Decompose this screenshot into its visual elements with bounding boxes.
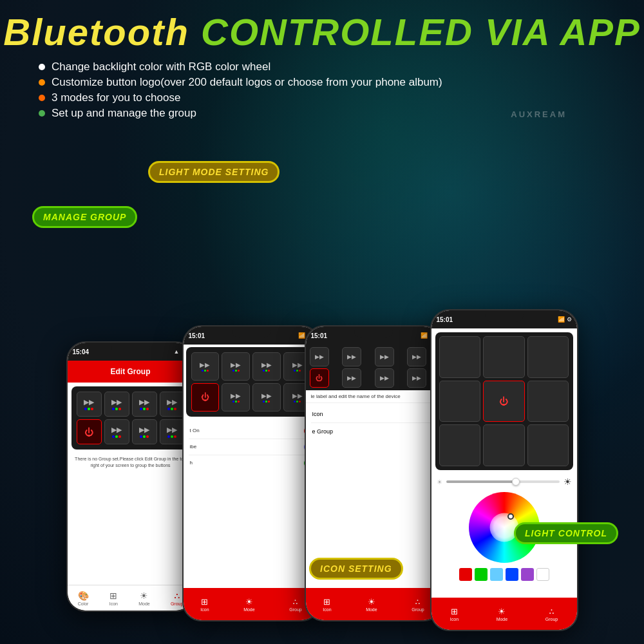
bullet-2: Customize button logo(over 200 default l… <box>39 76 644 89</box>
brightness-thumb[interactable] <box>512 478 520 486</box>
switch-btn[interactable]: ▶▶ <box>104 392 129 417</box>
switch-btn-power[interactable]: ⏻ <box>77 419 102 444</box>
phone-2: 15:01 📶 🔋 ▶▶ <box>182 325 321 621</box>
swatch-blue[interactable] <box>506 568 518 581</box>
switch-btn-power[interactable]: ⏻ <box>191 383 220 412</box>
switch-btn[interactable]: ▶▶ <box>407 368 426 388</box>
swatch-purple[interactable] <box>521 568 534 581</box>
phone-4-bottom-nav: ⊞ Icon ☀ Mode ⛬ Group <box>431 598 577 630</box>
color-wheel-selector[interactable] <box>507 513 514 520</box>
title-via: VIA <box>485 11 550 53</box>
switch-btn[interactable]: ▶▶ <box>375 347 394 366</box>
nav-color[interactable]: 🎨 Color <box>78 591 89 606</box>
mode-item-1[interactable]: t On <box>189 423 314 439</box>
swatch-red[interactable] <box>459 568 472 581</box>
switch-btn[interactable]: ▶▶ <box>160 392 185 417</box>
headline: Bluetooth CONTROLLED VIA APP <box>0 12 644 53</box>
brightness-low-icon: ☀ <box>437 478 442 486</box>
switch-btn[interactable]: ▶▶ <box>77 392 102 417</box>
switch-btn[interactable]: ▶▶ <box>310 347 329 366</box>
nav-mode[interactable]: ☀ Mode <box>138 591 150 606</box>
phone-1-bottom-nav: 🎨 Color ⊞ Icon ☀ Mode ⛬ Group <box>68 585 194 611</box>
nav-mode[interactable]: ☀ Mode <box>243 597 255 612</box>
phone-1-body-text: There is no Group set.Please click Edit … <box>68 453 194 471</box>
nav-group[interactable]: ⛬ Group <box>412 597 424 612</box>
color-swatches <box>431 565 577 583</box>
phone-2-screen: 15:01 📶 🔋 ▶▶ <box>184 327 319 620</box>
phone-3-switch-panel: ▶▶ ▶▶ ▶▶ ▶▶ ⏻ ▶▶ <box>306 345 442 390</box>
nav-icon[interactable]: ⊞ Icon <box>323 597 331 612</box>
nav-mode[interactable]: ☀ Mode <box>497 607 508 621</box>
switch-btn[interactable]: ▶▶ <box>160 419 185 444</box>
main-content: Bluetooth CONTROLLED VIA APP Change back… <box>0 0 644 644</box>
phone-1: 15:04 ▲ ⚡ Edit Group ▶▶ <box>66 341 195 612</box>
switch-btn[interactable]: ▶▶ <box>104 419 129 444</box>
bullet-dot-2 <box>39 79 45 86</box>
swatch-lightblue[interactable] <box>490 568 503 581</box>
switch-btn[interactable]: ▶▶ <box>222 352 250 381</box>
brightness-slider[interactable] <box>446 480 560 483</box>
swatch-green[interactable] <box>475 568 488 581</box>
panel-btn[interactable] <box>439 336 481 378</box>
watermark: AUXREAM <box>511 109 567 119</box>
panel-btn[interactable] <box>483 336 525 378</box>
nav-group[interactable]: ⛬ Group <box>545 607 558 621</box>
phone-2-notch <box>232 327 270 338</box>
mode-item-2[interactable]: ibe <box>189 439 314 455</box>
title-app: APP <box>560 11 640 53</box>
title-section: Bluetooth CONTROLLED VIA APP <box>0 0 644 53</box>
phone-3-bottom-nav: ⊞ Icon ☀ Mode ⛬ Group <box>306 588 442 620</box>
phone-3-label: le label and edit the name of the device <box>306 390 442 403</box>
phone-3-menu: Icon › e Group › <box>306 403 442 442</box>
switch-btn-power[interactable]: ⏻ <box>310 368 329 388</box>
panel-btn[interactable] <box>527 336 569 378</box>
switch-btn[interactable]: ▶▶ <box>375 368 394 388</box>
switch-btn[interactable]: ▶▶ <box>342 347 361 366</box>
nav-icon[interactable]: ⊞ Icon <box>200 597 209 612</box>
switch-btn[interactable]: ▶▶ <box>407 347 426 366</box>
switch-btn[interactable]: ▶▶ <box>132 419 157 444</box>
phone-4-notch <box>485 310 524 322</box>
phone-2-content: t On ibe h <box>184 419 319 475</box>
callout-manage-group: MANAGE GROUP <box>32 206 137 228</box>
phone-2-switch-panel: ▶▶ ▶▶ <box>186 347 317 417</box>
phone-1-notch <box>111 343 150 354</box>
phone-3-notch <box>354 327 393 338</box>
panel-btn-power[interactable]: ⏻ <box>483 381 525 422</box>
callout-icon-setting: ICON SETTING <box>309 558 403 580</box>
callout-light-control: LIGHT CONTROL <box>514 522 618 544</box>
bullet-dot-3 <box>39 95 45 101</box>
callout-light-mode: LIGHT MODE SETTING <box>148 161 279 183</box>
panel-btn[interactable] <box>439 381 481 422</box>
phone-4-button-panel: ⏻ <box>435 332 573 470</box>
panel-btn[interactable] <box>527 381 569 422</box>
nav-group[interactable]: ⛬ Group <box>171 591 183 606</box>
nav-icon[interactable]: ⊞ Icon <box>450 607 459 621</box>
title-bluetooth: Bluetooth <box>3 11 189 53</box>
phone-4-screen: 15:01 📶 ⚙ ⏻ <box>431 310 577 630</box>
bullet-dot-4 <box>39 110 45 117</box>
mode-item-3[interactable]: h <box>189 455 314 471</box>
phone-4: 15:01 📶 ⚙ ⏻ <box>430 309 578 631</box>
phone-2-bottom-nav: ⊞ Icon ☀ Mode ⛬ Group <box>184 588 319 620</box>
switch-btn[interactable]: ▶▶ <box>132 392 157 417</box>
panel-btn[interactable] <box>483 424 525 466</box>
switch-btn[interactable]: ▶▶ <box>252 352 281 381</box>
panel-btn[interactable] <box>439 424 481 466</box>
bullet-3: 3 modes for you to choose <box>39 91 644 104</box>
nav-mode[interactable]: ☀ Mode <box>366 597 377 612</box>
menu-icon[interactable]: Icon › <box>311 406 437 423</box>
switch-btn[interactable]: ▶▶ <box>342 368 361 388</box>
nav-group[interactable]: ⛬ Group <box>289 597 301 612</box>
switch-btn[interactable]: ▶▶ <box>222 383 250 412</box>
phone-1-screen: 15:04 ▲ ⚡ Edit Group ▶▶ <box>68 343 194 611</box>
switch-btn[interactable]: ▶▶ <box>252 383 281 412</box>
nav-icon[interactable]: ⊞ Icon <box>109 591 118 606</box>
bullet-dot-1 <box>39 64 45 70</box>
title-controlled: CONTROLLED <box>201 11 473 53</box>
menu-group[interactable]: e Group › <box>311 423 437 440</box>
swatch-white[interactable] <box>536 568 549 581</box>
switch-btn[interactable]: ▶▶ <box>191 352 220 381</box>
panel-btn[interactable] <box>527 424 569 466</box>
brightness-high-icon: ☀ <box>564 477 572 487</box>
